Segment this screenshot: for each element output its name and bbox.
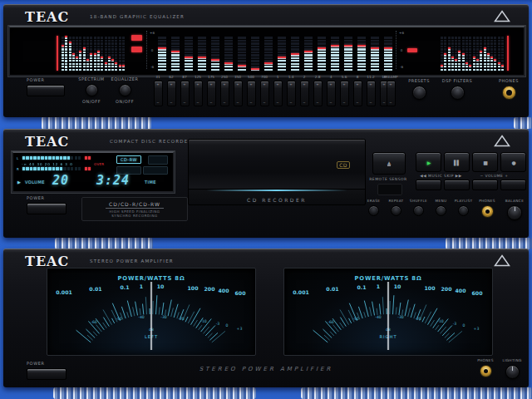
phones-group: PHONES xyxy=(474,358,497,377)
overload-led xyxy=(131,47,142,52)
peak-segment xyxy=(444,53,446,55)
band-rocker-switch[interactable]: +− xyxy=(273,81,283,106)
menu-button[interactable] xyxy=(436,205,446,216)
band-rocker-switch[interactable]: +− xyxy=(247,81,256,106)
peak-segment xyxy=(119,65,121,66)
function-buttons: ERASEREPEATSHUFFLEMENUPLAYLIST xyxy=(362,199,475,216)
pause-button[interactable]: ▌▌ xyxy=(444,152,470,172)
background-pillar xyxy=(53,387,256,399)
record-button[interactable]: ● xyxy=(500,152,526,172)
level-bar xyxy=(86,36,89,71)
eq-band-column: 5.6+− xyxy=(337,75,351,106)
level-bar xyxy=(198,36,206,71)
power-button[interactable] xyxy=(27,203,66,214)
band-rocker-switch[interactable]: +− xyxy=(367,81,376,106)
band-rocker-switch[interactable]: +− xyxy=(260,81,269,106)
spectrum-knob[interactable] xyxy=(86,84,98,96)
eq-band-column: 62+− xyxy=(165,75,178,106)
meter-segment xyxy=(75,156,77,160)
background-pillar xyxy=(42,116,151,130)
minus-mark: − xyxy=(276,101,278,105)
playlist-button[interactable] xyxy=(458,205,469,216)
watt-scale-label: 200 xyxy=(204,286,216,292)
indicator-dim xyxy=(148,155,168,165)
meter-segment xyxy=(41,156,43,160)
power-button[interactable] xyxy=(27,85,65,96)
transport-buttons: ▶▌▌■● xyxy=(416,152,529,172)
band-rocker-switch[interactable]: +− xyxy=(167,81,176,106)
meter-segment xyxy=(78,156,81,160)
level-bar xyxy=(487,36,490,71)
shuffle-button[interactable] xyxy=(413,205,424,216)
band-rocker-switch[interactable]: +− xyxy=(180,81,190,106)
lighting-knob[interactable] xyxy=(505,365,520,379)
stop-button[interactable]: ■ xyxy=(472,152,498,172)
eq-band-column: 500+− xyxy=(244,75,258,106)
band-rocker-switch[interactable]: +− xyxy=(207,81,216,106)
watt-scale-label: 0.01 xyxy=(326,286,338,292)
presets-label: PRESETS xyxy=(408,78,430,83)
db-scale-label: -20 xyxy=(178,317,185,321)
phones-group: PHONES xyxy=(475,199,499,218)
peak-segment xyxy=(484,47,486,49)
peak-segment xyxy=(115,62,117,64)
watt-scale-label: 10 xyxy=(157,283,165,289)
level-bar xyxy=(65,36,67,71)
meter-scale: -∞ 40 30 20 12 6 3 0 xyxy=(22,162,73,166)
presets-knob[interactable] xyxy=(412,86,426,100)
time-display: 3:24 xyxy=(96,173,130,188)
lighting-label: LIGHTING xyxy=(502,358,521,362)
skip-forward-button[interactable] xyxy=(444,180,470,190)
meter-segment xyxy=(26,156,28,160)
meter-segment xyxy=(22,167,25,170)
meter-segment xyxy=(52,156,55,160)
band-rocker-switch[interactable]: +− xyxy=(220,81,229,106)
level-bar xyxy=(278,36,286,71)
peak-segment xyxy=(211,59,219,61)
spectrum-knob-label: SPECTRUM xyxy=(78,76,104,81)
level-bar xyxy=(90,36,92,71)
play-button[interactable]: ▶ xyxy=(416,152,441,172)
peak-segment xyxy=(462,53,465,55)
band-rocker-switch[interactable]: +− xyxy=(194,81,203,106)
balance-knob[interactable] xyxy=(507,205,522,220)
volume-down-button[interactable] xyxy=(472,180,498,190)
presets-knob-group: PRESETS xyxy=(402,78,436,100)
level-led xyxy=(407,48,417,52)
level-bar xyxy=(494,36,496,71)
db-scale-label: -10 xyxy=(200,319,207,323)
peak-segment xyxy=(318,47,326,49)
preamp-rocker-switch[interactable]: + − xyxy=(387,81,396,106)
db-scale-label: +3 xyxy=(474,327,480,331)
db-scale-label: +3 xyxy=(237,327,243,331)
band-rocker-switch[interactable]: +− xyxy=(287,81,296,106)
equalizer-knob[interactable] xyxy=(119,84,131,96)
playlist-label: PLAYLIST xyxy=(455,199,473,203)
function-button-column: SHUFFLE xyxy=(407,199,430,216)
level-bar xyxy=(115,36,117,71)
minus-mark: − xyxy=(223,101,225,105)
band-rocker-switch[interactable]: +− xyxy=(154,81,163,106)
plus-mark: + xyxy=(369,83,372,86)
band-rocker-switch[interactable]: +− xyxy=(340,81,349,106)
minus-mark: − xyxy=(249,101,252,105)
db-scale-label: -40 xyxy=(375,315,382,319)
band-rocker-switch[interactable]: +− xyxy=(300,81,309,106)
peak-segment xyxy=(466,62,468,64)
skip-back-button[interactable] xyxy=(416,180,441,190)
band-rocker-switch[interactable]: +− xyxy=(353,81,362,106)
dsp-filters-knob[interactable] xyxy=(451,86,465,100)
repeat-button[interactable] xyxy=(391,205,401,216)
volume-up-button[interactable] xyxy=(500,180,526,190)
band-rocker-switch[interactable]: +− xyxy=(327,81,336,106)
peak-segment xyxy=(480,51,482,52)
band-rocker-switch[interactable]: +− xyxy=(313,81,323,106)
function-button-column: REPEAT xyxy=(385,199,407,216)
erase-button[interactable] xyxy=(368,205,379,216)
eq-band-column: 2+− xyxy=(298,75,311,106)
eject-button[interactable]: ▲ xyxy=(372,152,406,175)
level-bar xyxy=(185,36,193,71)
meter-segment xyxy=(41,167,43,170)
watt-scale-label: 10 xyxy=(394,283,401,289)
band-rocker-switch[interactable]: +− xyxy=(234,81,243,106)
